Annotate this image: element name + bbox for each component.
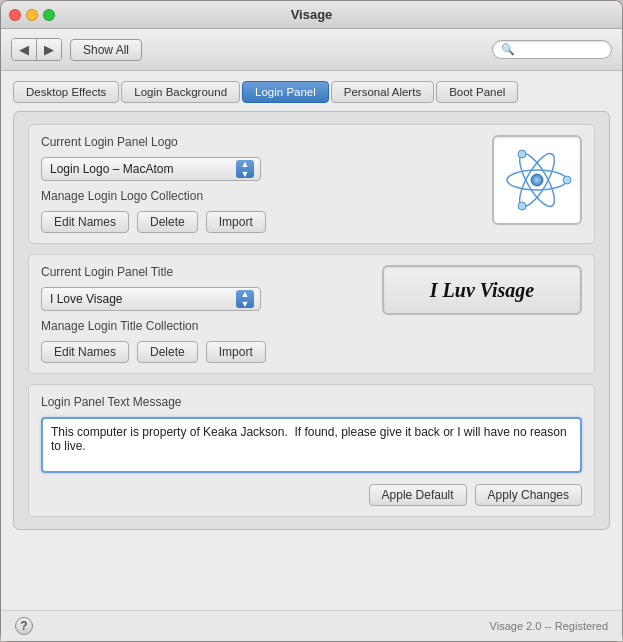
import-button-logo[interactable]: Import — [206, 211, 266, 233]
title-preview: I Luv Visage — [382, 265, 582, 315]
text-message-section: Login Panel Text Message Apple Default A… — [28, 384, 595, 517]
logo-dropdown-arrow: ▲ ▼ — [236, 160, 254, 178]
delete-button-logo[interactable]: Delete — [137, 211, 198, 233]
back-button[interactable]: ◀ — [12, 39, 37, 60]
main-content: Desktop Effects Login Background Login P… — [1, 71, 622, 610]
atom-image — [502, 145, 572, 215]
title-dropdown-row: I Love Visage ▲ ▼ — [41, 287, 372, 311]
maximize-button[interactable] — [43, 9, 55, 21]
search-box: 🔍 — [492, 40, 612, 59]
manage-title-title: Manage Login Title Collection — [41, 319, 372, 333]
apply-row: Apple Default Apply Changes — [41, 484, 582, 506]
title-dropdown[interactable]: I Love Visage ▲ ▼ — [41, 287, 261, 311]
title-section: Current Login Panel Title I Love Visage … — [28, 254, 595, 374]
title-dropdown-arrow: ▲ ▼ — [236, 290, 254, 308]
toolbar: ◀ ▶ Show All 🔍 — [1, 29, 622, 71]
delete-button-title[interactable]: Delete — [137, 341, 198, 363]
svg-point-4 — [563, 176, 571, 184]
logo-btn-row: Edit Names Delete Import — [41, 211, 482, 233]
logo-preview — [492, 135, 582, 225]
apple-default-button[interactable]: Apple Default — [369, 484, 467, 506]
title-preview-text: I Luv Visage — [430, 279, 534, 302]
search-icon: 🔍 — [501, 43, 515, 56]
tab-personal-alerts[interactable]: Personal Alerts — [331, 81, 434, 103]
tab-login-panel[interactable]: Login Panel — [242, 81, 329, 103]
tab-boot-panel[interactable]: Boot Panel — [436, 81, 518, 103]
title-controls: Current Login Panel Title I Love Visage … — [41, 265, 372, 363]
title-bar: Visage — [1, 1, 622, 29]
bottom-bar: ? Visage 2.0 -- Registered — [1, 610, 622, 641]
logo-dropdown-row: Login Logo – MacAtom ▲ ▼ — [41, 157, 482, 181]
title-btn-row: Edit Names Delete Import — [41, 341, 372, 363]
logo-controls: Current Login Panel Logo Login Logo – Ma… — [41, 135, 482, 233]
logo-section-title: Current Login Panel Logo — [41, 135, 482, 149]
apply-changes-button[interactable]: Apply Changes — [475, 484, 582, 506]
text-message-textarea[interactable] — [41, 417, 582, 473]
logo-dropdown[interactable]: Login Logo – MacAtom ▲ ▼ — [41, 157, 261, 181]
close-button[interactable] — [9, 9, 21, 21]
text-message-title: Login Panel Text Message — [41, 395, 582, 409]
svg-point-5 — [518, 150, 526, 158]
svg-point-6 — [518, 202, 526, 210]
title-dropdown-value: I Love Visage — [50, 292, 236, 306]
tabs-bar: Desktop Effects Login Background Login P… — [13, 81, 610, 103]
tab-login-background[interactable]: Login Background — [121, 81, 240, 103]
minimize-button[interactable] — [26, 9, 38, 21]
window-title: Visage — [291, 7, 333, 22]
show-all-button[interactable]: Show All — [70, 39, 142, 61]
edit-names-button-logo[interactable]: Edit Names — [41, 211, 129, 233]
manage-logo-title: Manage Login Logo Collection — [41, 189, 482, 203]
svg-point-0 — [531, 174, 543, 186]
nav-buttons: ◀ ▶ — [11, 38, 62, 61]
forward-button[interactable]: ▶ — [37, 39, 61, 60]
search-input[interactable] — [518, 44, 608, 56]
edit-names-button-title[interactable]: Edit Names — [41, 341, 129, 363]
title-section-title: Current Login Panel Title — [41, 265, 372, 279]
tab-desktop-effects[interactable]: Desktop Effects — [13, 81, 119, 103]
window: Visage ◀ ▶ Show All 🔍 Desktop Effects Lo… — [0, 0, 623, 642]
version-label: Visage 2.0 -- Registered — [490, 620, 608, 632]
help-button[interactable]: ? — [15, 617, 33, 635]
logo-section: Current Login Panel Logo Login Logo – Ma… — [28, 124, 595, 244]
panel: Current Login Panel Logo Login Logo – Ma… — [13, 111, 610, 530]
traffic-lights — [9, 9, 55, 21]
logo-dropdown-value: Login Logo – MacAtom — [50, 162, 236, 176]
import-button-title[interactable]: Import — [206, 341, 266, 363]
